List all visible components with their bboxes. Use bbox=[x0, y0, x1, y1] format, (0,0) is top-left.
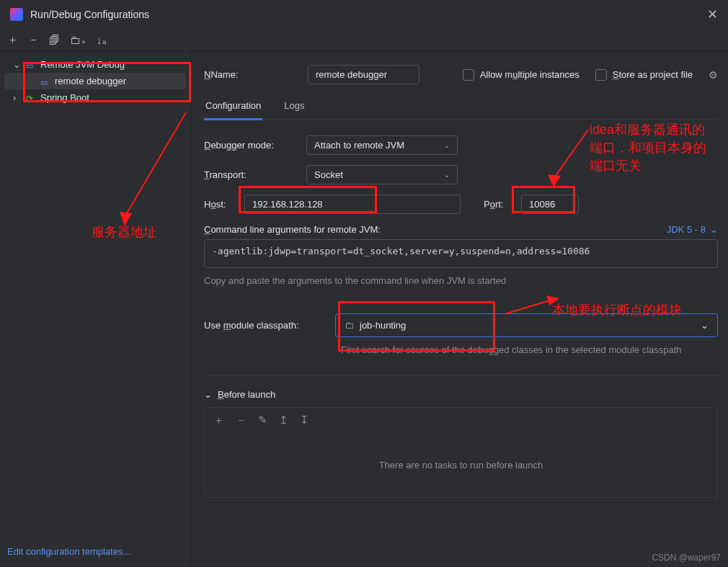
gear-icon[interactable]: ⚙ bbox=[709, 69, 718, 81]
debugger-mode-select[interactable]: Attach to remote JVM⌄ bbox=[306, 135, 458, 155]
port-input[interactable] bbox=[521, 195, 579, 214]
port-label: Port: bbox=[484, 199, 512, 210]
empty-tasks-text: There are no tasks to run before launch bbox=[379, 460, 543, 470]
chevron-down-icon: ⌄ bbox=[444, 171, 450, 179]
config-content: NName: Allow multiple instances Store as… bbox=[191, 52, 728, 564]
transport-label: Transport: bbox=[204, 169, 298, 180]
sort-button[interactable]: ↓ₐ bbox=[97, 34, 107, 47]
module-hint: First search for sources of the debugged… bbox=[341, 344, 716, 355]
chevron-down-icon: ⌄ bbox=[13, 59, 22, 70]
checkbox-icon bbox=[595, 69, 607, 81]
debugger-mode-label: Debugger mode: bbox=[204, 140, 298, 151]
name-label: NName: bbox=[204, 69, 298, 80]
tab-logs[interactable]: Logs bbox=[283, 94, 306, 119]
edit-task-button[interactable]: ✎ bbox=[258, 414, 267, 427]
store-as-project-checkbox[interactable]: Store as project file bbox=[595, 69, 693, 81]
module-classpath-label: Use module classpath: bbox=[204, 320, 327, 331]
sidebar-item-label: Remote JVM Debug bbox=[40, 59, 125, 70]
folder-icon bbox=[345, 320, 360, 331]
config-toolbar: ＋ － 🗐 🗀₊ ↓ₐ bbox=[0, 29, 728, 52]
move-down-button[interactable]: ↧ bbox=[300, 414, 309, 427]
save-template-button[interactable]: 🗀₊ bbox=[70, 34, 86, 47]
add-task-button[interactable]: ＋ bbox=[213, 414, 224, 427]
remove-config-button[interactable]: － bbox=[28, 33, 39, 47]
cmd-args-box[interactable]: -agentlib:jdwp=transport=dt_socket,serve… bbox=[204, 239, 718, 268]
chevron-down-icon: ⌄ bbox=[204, 389, 212, 400]
spring-boot-icon bbox=[26, 93, 36, 103]
chevron-down-icon: ⌄ bbox=[710, 224, 718, 235]
sidebar-item-label: remote debugger bbox=[55, 76, 126, 86]
remote-debug-icon bbox=[40, 76, 50, 86]
copy-hint: Copy and paste the arguments to the comm… bbox=[204, 275, 718, 286]
sidebar-item-label: Spring Boot bbox=[40, 92, 89, 103]
before-launch-list: There are no tasks to run before launch bbox=[204, 433, 718, 498]
chevron-down-icon: ⌄ bbox=[444, 141, 450, 149]
before-launch-toolbar: ＋ － ✎ ↥ ↧ bbox=[204, 407, 718, 433]
remote-debug-icon bbox=[26, 60, 36, 70]
host-label: Host: bbox=[204, 199, 236, 210]
before-launch-header[interactable]: ⌄ Before launch bbox=[204, 389, 718, 400]
titlebar: Run/Debug Configurations ✕ bbox=[0, 0, 728, 29]
transport-select[interactable]: Socket⌄ bbox=[306, 165, 458, 184]
add-config-button[interactable]: ＋ bbox=[7, 33, 18, 47]
chevron-right-icon: › bbox=[13, 92, 22, 103]
edit-templates-link[interactable]: Edit configuration templates... bbox=[7, 546, 130, 557]
allow-multiple-checkbox[interactable]: Allow multiple instances bbox=[463, 69, 580, 81]
sidebar-item-remote-jvm-debug[interactable]: ⌄ Remote JVM Debug bbox=[0, 56, 190, 73]
checkbox-icon bbox=[463, 69, 474, 81]
tab-configuration[interactable]: Configuration bbox=[204, 94, 262, 120]
intellij-logo-icon bbox=[10, 8, 23, 21]
move-up-button[interactable]: ↥ bbox=[279, 414, 288, 427]
window-title: Run/Debug Configurations bbox=[30, 9, 149, 20]
config-sidebar: ⌄ Remote JVM Debug remote debugger › Spr… bbox=[0, 52, 191, 564]
watermark: CSDN @waper97 bbox=[652, 553, 721, 563]
separator bbox=[204, 375, 718, 376]
name-input[interactable] bbox=[308, 65, 420, 84]
sidebar-item-remote-debugger[interactable]: remote debugger bbox=[4, 73, 186, 89]
tab-bar: Configuration Logs bbox=[204, 94, 718, 120]
chevron-down-icon: ⌄ bbox=[701, 320, 709, 331]
cmd-args-label: Command line arguments for remote JVM: bbox=[204, 224, 381, 235]
host-input[interactable] bbox=[244, 195, 461, 214]
sidebar-item-spring-boot[interactable]: › Spring Boot bbox=[0, 89, 190, 106]
jdk-version-select[interactable]: JDK 5 - 8 ⌄ bbox=[667, 224, 718, 235]
close-icon[interactable]: ✕ bbox=[707, 6, 718, 22]
module-classpath-select[interactable]: job-hunting ⌄ bbox=[335, 313, 718, 337]
copy-config-button[interactable]: 🗐 bbox=[49, 34, 60, 46]
remove-task-button[interactable]: － bbox=[236, 414, 247, 427]
